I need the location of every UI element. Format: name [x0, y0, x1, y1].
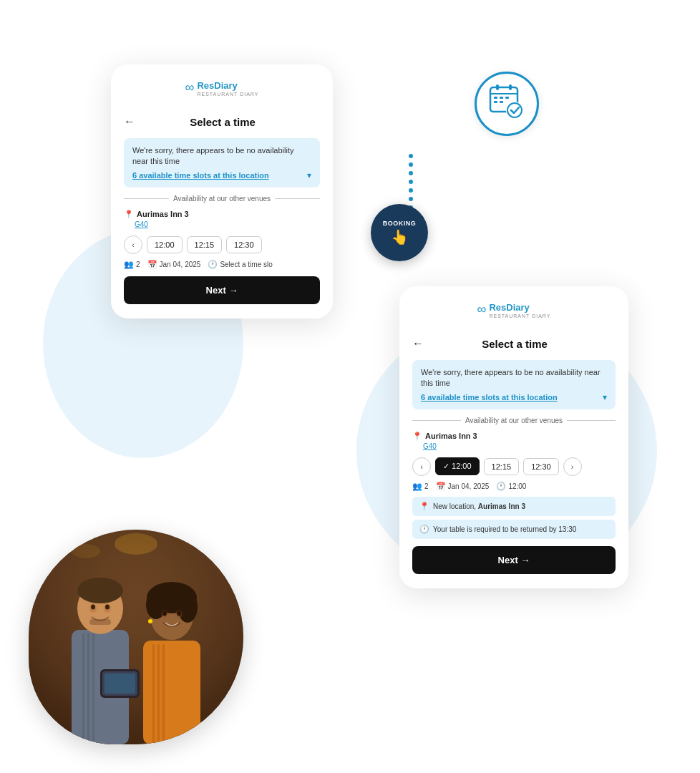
back-venue-sub[interactable]: G40 [135, 220, 320, 228]
back-section-label: Availability at our other venues [173, 195, 271, 203]
back-card-header: ← Select a time [124, 115, 320, 128]
svg-point-10 [507, 103, 522, 117]
time-prev-btn-front[interactable]: ‹ [412, 457, 431, 476]
front-chevron-down-icon: ▾ [603, 392, 607, 402]
logo-infinity-icon-front: ∞ [477, 302, 485, 317]
front-time-text: 12:00 [508, 482, 526, 490]
back-section-divider: Availability at our other venues [124, 195, 320, 203]
front-date-item: 📅 Jan 04, 2025 [436, 482, 490, 491]
front-section-divider: Availability at our other venues [412, 417, 616, 424]
front-info-bar: 👥 2 📅 Jan 04, 2025 🕐 12:00 [412, 482, 616, 491]
back-time-text: Select a time slo [220, 261, 272, 268]
logo-infinity-icon: ∞ [185, 80, 193, 95]
dot-5 [409, 188, 413, 193]
svg-rect-8 [509, 84, 512, 90]
calendar-icon-circle [475, 72, 539, 136]
front-venue-item: 📍 Aurimas Inn 3 G40 [412, 432, 616, 450]
front-phone-card: ∞ ResDiary RESTAURANT DIARY ← Select a t… [399, 286, 628, 588]
time-slot-1200-front[interactable]: ✓ 12:00 [435, 457, 480, 475]
guests-icon-front: 👥 [412, 482, 422, 491]
time-slot-1230-front[interactable]: 12:30 [523, 458, 559, 475]
dot-2 [409, 162, 413, 167]
pin-icon-back: 📍 [124, 210, 134, 219]
svg-rect-6 [500, 101, 503, 103]
back-time-slots-row: ‹ 12:00 12:15 12:30 [124, 235, 320, 254]
front-venue-name-row: 📍 Aurimas Inn 3 [412, 432, 616, 441]
logo-brand-front: ResDiary [489, 302, 529, 313]
front-time-item: 🕐 12:00 [496, 482, 526, 491]
front-date-text: Jan 04, 2025 [448, 482, 490, 490]
alert-table-return: 🕐 Your table is required to be returned … [412, 520, 616, 539]
back-info-bar: 👥 2 📅 Jan 04, 2025 🕐 Select a time slo [124, 260, 320, 269]
alert-new-location: 📍 New location, Aurimas Inn 3 [412, 497, 616, 516]
dot-1 [409, 154, 413, 158]
back-date-text: Jan 04, 2025 [160, 261, 201, 268]
location-icon: 📍 [419, 502, 429, 511]
front-info-box: We're sorry, there appears to be no avai… [412, 360, 616, 409]
back-date-item: 📅 Jan 04, 2025 [147, 260, 201, 269]
svg-rect-3 [500, 97, 503, 99]
back-venue-name: Aurimas Inn 3 [137, 210, 189, 218]
back-phone-card: ∞ ResDiary RESTAURANT DIARY ← Select a t… [111, 64, 333, 319]
time-slot-1215-front[interactable]: 12:15 [484, 458, 520, 475]
dot-3 [409, 171, 413, 175]
svg-rect-2 [494, 97, 497, 99]
back-venue-name-row: 📍 Aurimas Inn 3 [124, 210, 320, 219]
photo-blob [29, 530, 243, 744]
back-card-logo: ∞ ResDiary RESTAURANT DIARY [124, 79, 320, 105]
clock-icon-front: 🕐 [496, 482, 506, 491]
back-info-link-row: 6 available time slots at this location … [132, 170, 311, 180]
resdiary-logo-back: ∞ ResDiary RESTAURANT DIARY [185, 79, 259, 97]
back-arrow-front[interactable]: ← [412, 337, 424, 350]
time-next-btn-front[interactable]: › [563, 457, 582, 476]
front-info-link[interactable]: 6 available time slots at this location [421, 393, 558, 402]
logo-brand-back: ResDiary [197, 80, 237, 91]
front-next-label: Next → [498, 555, 530, 565]
back-venue-item: 📍 Aurimas Inn 3 G40 [124, 210, 320, 228]
svg-rect-44 [29, 530, 243, 744]
divider-line-right-front [567, 420, 616, 421]
dot-4 [409, 180, 413, 184]
front-venue-sub[interactable]: G40 [423, 442, 616, 450]
front-card-logo: ∞ ResDiary RESTAURANT DIARY [412, 301, 616, 327]
front-info-link-row: 6 available time slots at this location … [421, 392, 607, 402]
time-slot-1200-back[interactable]: 12:00 [147, 236, 183, 253]
front-guests-item: 👥 2 [412, 482, 429, 491]
alert-new-location-text: New location, Aurimas Inn 3 [433, 502, 525, 510]
logo-tagline-front: RESTAURANT DIARY [489, 313, 550, 319]
svg-rect-4 [505, 97, 509, 99]
pin-icon-front: 📍 [412, 432, 422, 441]
front-info-text: We're sorry, there appears to be no avai… [421, 367, 607, 389]
calendar-icon-back: 📅 [147, 260, 157, 269]
resdiary-logo-front: ∞ ResDiary RESTAURANT DIARY [477, 301, 551, 319]
back-next-label: Next → [206, 285, 238, 296]
back-info-text: We're sorry, there appears to be no avai… [132, 145, 311, 167]
booking-label: BOOKING [383, 220, 417, 227]
svg-rect-5 [494, 101, 497, 103]
guests-icon-back: 👥 [124, 260, 134, 269]
front-card-header: ← Select a time [412, 337, 616, 350]
divider-line-right [275, 198, 320, 199]
front-time-slots-row: ‹ ✓ 12:00 12:15 12:30 › [412, 457, 616, 476]
divider-line-left [124, 198, 169, 199]
svg-rect-7 [496, 84, 499, 90]
back-arrow-back[interactable]: ← [124, 115, 135, 128]
front-venue-name: Aurimas Inn 3 [425, 432, 477, 440]
time-slot-1215-back[interactable]: 12:15 [187, 236, 223, 253]
front-next-button[interactable]: Next → [412, 546, 616, 574]
time-prev-btn-back[interactable]: ‹ [124, 235, 142, 254]
front-card-title: Select a time [431, 338, 598, 350]
hand-icon: 👆 [391, 228, 409, 245]
front-section-label: Availability at our other venues [465, 417, 563, 424]
back-guests-count: 2 [136, 261, 140, 268]
back-info-link[interactable]: 6 available time slots at this location [132, 171, 269, 180]
back-next-button[interactable]: Next → [124, 276, 320, 304]
back-card-title: Select a time [142, 116, 303, 128]
time-slot-1230-back[interactable]: 12:30 [226, 236, 262, 253]
divider-line-left-front [412, 420, 461, 421]
back-time-item: 🕐 Select a time slo [208, 260, 272, 269]
calendar-icon [487, 82, 526, 127]
logo-tagline-back: RESTAURANT DIARY [197, 92, 258, 97]
clock-icon-back: 🕐 [208, 260, 218, 269]
back-chevron-down-icon: ▾ [307, 170, 311, 180]
